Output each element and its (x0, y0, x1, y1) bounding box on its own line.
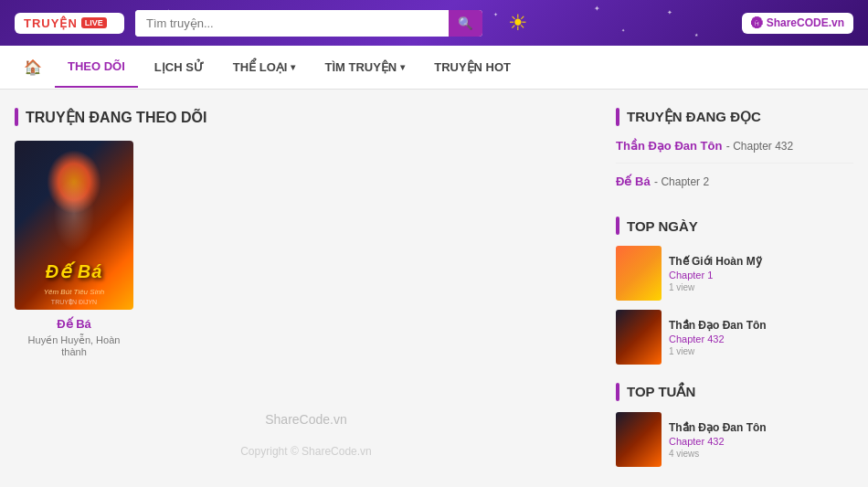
following-section-title: TRUYỆN ĐANG THEO DÕI (15, 108, 598, 126)
book-card-de-ba[interactable]: Đế Bá Yêm Bút Tiêu Sinh TRUYỆN ĐIJYN Đế … (15, 141, 133, 357)
nav-item-lich-su[interactable]: LỊCH SỬ (142, 48, 217, 87)
reading-title-1: Thần Đạo Đan Tôn (616, 139, 722, 153)
left-column: TRUYỆN ĐANG THEO DÕI Đế Bá Yêm Bút Tiêu … (15, 108, 616, 485)
search-button[interactable]: 🔍 (449, 10, 482, 37)
reading-chapter-2: Chapter 2 (661, 175, 709, 188)
top-tuan-title: TOP TUẦN (616, 383, 853, 401)
top-tuan-view-1: 4 views (669, 449, 853, 459)
top-name-2: Thần Đạo Đan Tôn (669, 319, 853, 332)
nav-item-tim-truyen[interactable]: TÌM TRUYỆN ▾ (312, 48, 418, 87)
navigation: 🏠 THEO DÕI LỊCH SỬ THỂ LOẠI ▾ TÌM TRUYỆN… (0, 46, 868, 90)
title-bar-3 (616, 217, 619, 235)
header: ✦ ✦ ✦ ✦ ✦ ★ ✦ TRUYỆN LIVE 🔍 ☀ 🅐 ShareCOD… (0, 0, 868, 46)
reading-item-2[interactable]: Đế Bá - Chapter 2 (616, 173, 853, 198)
logo-live-badge: LIVE (81, 17, 107, 28)
top-chapter-2: Chapter 432 (669, 333, 853, 344)
top-thumb-2 (616, 310, 662, 365)
book-cover-inner: Đế Bá Yêm Bút Tiêu Sinh TRUYỆN ĐIJYN (15, 141, 133, 310)
watermark: ShareCode.vn (15, 357, 598, 445)
title-bar-2 (616, 108, 619, 126)
search-input[interactable] (135, 10, 449, 37)
title-bar-4 (616, 383, 619, 401)
top-info-2: Thần Đạo Đan Tôn Chapter 432 1 view (669, 319, 853, 356)
top-thumb-tuan-1 (616, 412, 662, 467)
title-bar (15, 108, 18, 126)
top-ngay-item-2[interactable]: Thần Đạo Đan Tôn Chapter 432 1 view (616, 310, 853, 365)
top-info-1: Thế Giới Hoàn Mỹ Chapter 1 1 view (669, 255, 853, 292)
search-bar[interactable]: 🔍 (135, 10, 482, 37)
top-tuan-item-1[interactable]: Thần Đạo Đan Tôn Chapter 432 4 views (616, 412, 853, 467)
nav-item-theo-doi[interactable]: THEO DÕI (55, 47, 138, 88)
book-title-overlay: Đế Bá (15, 260, 133, 282)
reading-title-2: Đế Bá (616, 175, 651, 188)
top-ngay-item-1[interactable]: Thế Giới Hoàn Mỹ Chapter 1 1 view (616, 246, 853, 301)
top-view-2: 1 view (669, 346, 853, 356)
top-thumb-1 (616, 246, 662, 301)
top-tuan-section: TOP TUẦN Thần Đạo Đan Tôn Chapter 432 4 … (616, 383, 853, 467)
logo-text: TRUYỆN (24, 16, 78, 30)
right-column: TRUYỆN ĐANG ĐỌC Thần Đạo Đan Tôn - Chapt… (616, 108, 853, 485)
book-site-overlay: TRUYỆN ĐIJYN (15, 299, 133, 306)
book-cover: Đế Bá Yêm Bút Tiêu Sinh TRUYỆN ĐIJYN (15, 141, 133, 310)
currently-reading-title: TRUYỆN ĐANG ĐỌC (616, 108, 853, 126)
nav-item-the-loai[interactable]: THỂ LOẠI ▾ (220, 48, 309, 87)
top-ngay-section: TOP NGÀY Thế Giới Hoàn Mỹ Chapter 1 1 vi… (616, 217, 853, 365)
site-logo[interactable]: TRUYỆN LIVE (15, 13, 124, 34)
reading-item-1[interactable]: Thần Đạo Đan Tôn - Chapter 432 (616, 137, 853, 164)
chevron-down-icon: ▾ (291, 62, 295, 72)
top-tuan-info-1: Thần Đạo Đan Tôn Chapter 432 4 views (669, 421, 853, 459)
copyright: Copyright © ShareCode.vn (15, 445, 598, 476)
nav-item-truyen-hot[interactable]: TRUYỆN HOT (421, 48, 524, 87)
chevron-down-icon-2: ▾ (400, 62, 405, 72)
sharecode-icon: 🅐 (751, 16, 763, 30)
book-genre: Huyền Huyễn, Hoàn thành (15, 334, 133, 357)
nav-home-button[interactable]: 🏠 (15, 46, 51, 89)
search-icon: 🔍 (458, 16, 473, 30)
top-tuan-chapter-1: Chapter 432 (669, 436, 853, 447)
top-tuan-name-1: Thần Đạo Đan Tôn (669, 421, 853, 434)
book-name: Đế Bá (15, 317, 133, 331)
main-content: TRUYỆN ĐANG THEO DÕI Đế Bá Yêm Bút Tiêu … (0, 90, 868, 487)
top-name-1: Thế Giới Hoàn Mỹ (669, 255, 853, 268)
sharecode-text: ShareCODE.vn (767, 16, 844, 29)
sun-icon: ☀ (508, 10, 528, 36)
top-ngay-title: TOP NGÀY (616, 217, 853, 235)
reading-chapter-1: Chapter 432 (733, 140, 793, 153)
sharecode-logo: 🅐 ShareCODE.vn (742, 13, 853, 34)
book-subtitle-overlay: Yêm Bút Tiêu Sinh (15, 288, 133, 296)
currently-reading-section: TRUYỆN ĐANG ĐỌC Thần Đạo Đan Tôn - Chapt… (616, 108, 853, 198)
top-view-1: 1 view (669, 282, 853, 292)
top-chapter-1: Chapter 1 (669, 270, 853, 281)
